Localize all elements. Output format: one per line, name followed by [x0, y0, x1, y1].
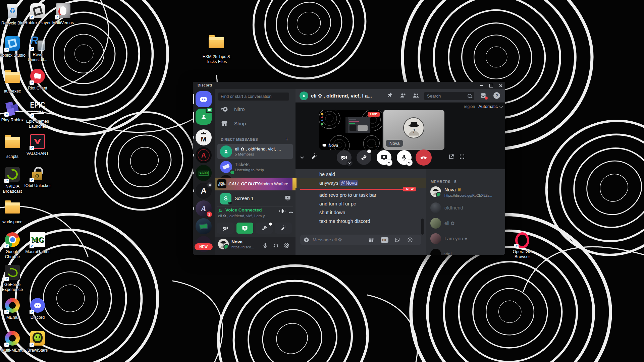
activities-button[interactable] [256, 223, 273, 234]
desktop-icon-valorant[interactable]: ↗ VALORANT [23, 133, 52, 156]
server-a-red[interactable]: A [196, 147, 212, 163]
window-titlebar[interactable]: Discord [193, 82, 505, 89]
collapse-chevron-icon[interactable] [300, 155, 305, 160]
minimize-button[interactable] [477, 82, 486, 89]
user-avatar[interactable]: ? [218, 239, 229, 249]
desktop-icon-play-roblox[interactable]: ↗ Play Roblox [0, 101, 26, 123]
desktop-icon-google-chrome[interactable]: ↗ Google Chrome [0, 232, 26, 259]
disconnect-button[interactable] [416, 149, 432, 166]
participant-tile[interactable]: ? Nova [383, 110, 444, 150]
desktop-icon-multiversus[interactable]: ↗ MultiVersus [49, 3, 77, 25]
desktop-icon-roblox-player[interactable]: ↗ Roblox Player [23, 3, 52, 25]
member-name[interactable]: oldfriend [444, 205, 463, 210]
nav-nitro[interactable]: Nitro [234, 106, 245, 112]
hangup-icon[interactable] [288, 209, 294, 215]
active-dm-call-button[interactable] [196, 109, 212, 125]
stop-streaming-icon[interactable] [284, 195, 291, 201]
shortcut-arrow-icon: ↗ [30, 244, 34, 248]
member-avatar-iamyou[interactable] [430, 233, 441, 244]
help-icon[interactable]: ? [493, 92, 500, 99]
discord-logo-icon [199, 95, 208, 104]
tickets-online-dot [229, 170, 235, 175]
desktop-icon-workspace[interactable]: workspace [0, 199, 26, 225]
voice-connected-label[interactable]: Voice Connected [225, 207, 262, 213]
desktop-icon-roblox-studio[interactable]: ↗ Roblox Studio [0, 35, 26, 58]
emoji-icon[interactable] [407, 237, 413, 243]
stop-screenshare-button[interactable] [377, 150, 391, 165]
mention-chip[interactable]: @Nova [339, 180, 358, 186]
member-avatar-oldfriend[interactable] [430, 202, 441, 213]
camera-options-chevron[interactable] [346, 160, 353, 166]
deafen-icon[interactable] [273, 242, 279, 249]
dm-header[interactable]: DIRECT MESSAGES [221, 137, 258, 141]
gif-icon[interactable]: GIF [381, 237, 388, 243]
message-input[interactable]: Message eli ✿ ... GIF [300, 235, 421, 245]
member-name[interactable]: I am you ♥ [444, 236, 467, 241]
cod-activity-banner[interactable]: CALLOF DUTY CALL OF DUTY. Modern Warfare [215, 178, 296, 190]
server-a-white[interactable]: A [196, 183, 212, 199]
desktop-icon-riot-client[interactable]: ↗ Riot Client [23, 68, 52, 91]
screenshare-active-button[interactable] [236, 223, 253, 234]
member-list-icon[interactable] [412, 92, 420, 99]
member-avatar-vic[interactable] [430, 249, 441, 255]
soundboard-spark-icon[interactable] [311, 153, 318, 160]
chat-scrollbar[interactable] [421, 219, 424, 235]
mic-options-chevron[interactable] [406, 159, 413, 166]
member-avatar-nova[interactable]: ? [430, 186, 441, 197]
desktop-icon-multi-memu[interactable]: ↗ Multi-MEmu [0, 330, 26, 353]
tile-options-icon[interactable]: ⋯ [374, 143, 379, 148]
settings-gear-icon[interactable] [283, 242, 290, 249]
member-avatar-eli[interactable] [430, 218, 441, 229]
sticker-icon[interactable] [394, 237, 400, 243]
screen1-avatar: S [220, 193, 231, 204]
screen1-label[interactable]: Screen 1 [235, 196, 254, 201]
inbox-icon[interactable] [480, 92, 487, 99]
desktop-icon-geforce-experience[interactable]: ↗ GeForce Experience [0, 264, 26, 292]
add-friend-to-dm-icon[interactable] [399, 92, 406, 99]
desktop-icon-revo-uninstaller[interactable]: R↗ Revo Uninstall... [23, 35, 52, 62]
user-name[interactable]: Nova [231, 239, 243, 244]
desktop-icon-exm-folder[interactable]: EXM 25 Tips & Tricks Files [200, 34, 232, 64]
desktop-icon-macrogamer[interactable]: MG↗ MacroGamer [23, 232, 52, 254]
server-m-crown[interactable]: M [196, 129, 212, 145]
popout-icon[interactable] [448, 154, 454, 160]
mute-button[interactable] [397, 150, 412, 165]
fullscreen-icon[interactable] [459, 154, 465, 160]
camera-button[interactable] [337, 150, 352, 165]
screenshare-tile[interactable]: LIVE Nova ⋯ [319, 110, 382, 150]
desktop-icon-opera-gx[interactable]: ↗ Opera GX Browser [508, 232, 536, 259]
soundboard-button[interactable] [275, 223, 292, 234]
member-name[interactable]: vic! [444, 251, 452, 255]
close-button[interactable] [496, 82, 505, 89]
desktop-icon-epic-games[interactable]: EPICGAMES↗ Epic Games Launcher [23, 101, 52, 129]
server-a-art[interactable]: A 2 [196, 200, 212, 217]
maximize-button[interactable] [486, 82, 496, 89]
desktop-icon-discord[interactable]: ↗ Discord [23, 297, 52, 320]
desktop-icon-iobit-unlocker[interactable]: ⚙↗ IObit Unlocker [23, 166, 52, 188]
server-keyboard[interactable] [196, 218, 212, 234]
search-input[interactable]: Search [424, 92, 474, 100]
region-selector[interactable]: regionAutomatic [464, 104, 502, 109]
desktop-icon-brawlstars[interactable]: ↗ BrawlStars [23, 330, 52, 353]
activities-rocket-button[interactable] [357, 150, 371, 165]
gift-icon[interactable] [368, 237, 374, 243]
attach-plus-icon[interactable] [303, 237, 310, 243]
home-button[interactable] [196, 91, 212, 107]
find-conversation-input[interactable]: Find or start a conversation [218, 93, 289, 101]
desktop-icon-autoexec[interactable]: autoexec [0, 68, 26, 94]
pin-icon[interactable] [387, 92, 393, 98]
screenshare-options-chevron[interactable] [386, 159, 392, 166]
server-god[interactable]: >GOD [196, 165, 212, 181]
create-dm-icon[interactable]: + [285, 136, 288, 142]
camera-toggle-button[interactable] [217, 223, 234, 234]
nav-shop[interactable]: Shop [234, 121, 246, 126]
dm-item-tickets[interactable]: Tickets [235, 162, 250, 167]
desktop-icon-memu[interactable]: ↗ MEmu [0, 297, 26, 320]
desktop-icon-nvidia-broadcast[interactable]: ↗ NVIDIA Broadcast [0, 166, 26, 194]
member-name[interactable]: Nova ♛ [444, 187, 462, 192]
member-name[interactable]: eli ✿ [444, 221, 455, 226]
desktop-icon-recycle-bin[interactable]: ♻ Recycle Bin [0, 3, 26, 26]
mic-icon[interactable] [262, 242, 268, 248]
desktop-icon-scripts[interactable]: scripts [0, 133, 26, 159]
voice-activity-icon[interactable] [279, 209, 285, 213]
